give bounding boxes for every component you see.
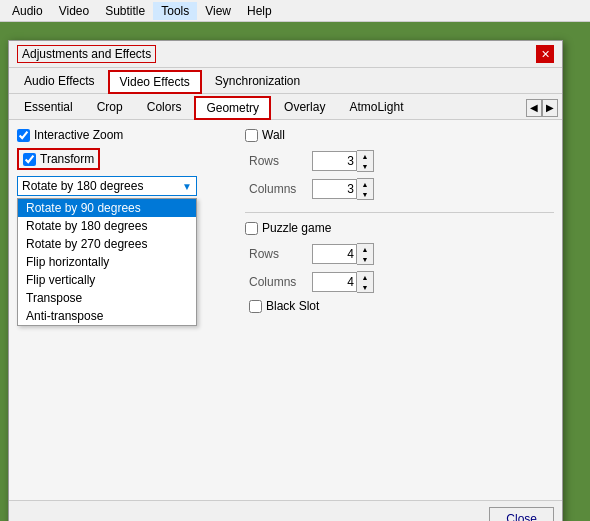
puzzle-rows-down[interactable]: ▼	[357, 254, 373, 264]
menu-view[interactable]: View	[197, 2, 239, 20]
wall-label: Wall	[262, 128, 285, 142]
wall-rows-spinner-buttons: ▲ ▼	[357, 150, 374, 172]
wall-rows-row: Rows ▲ ▼	[245, 150, 554, 172]
puzzle-rows-input[interactable]	[312, 244, 357, 264]
dropdown-option-0[interactable]: Rotate by 90 degrees	[18, 199, 196, 217]
black-slot-row: Black Slot	[245, 299, 554, 313]
wall-rows-spinner: ▲ ▼	[312, 150, 374, 172]
wall-cols-label: Columns	[249, 182, 304, 196]
wall-checkbox-row: Wall	[245, 128, 554, 142]
puzzle-label: Puzzle game	[262, 221, 331, 235]
puzzle-cols-down[interactable]: ▼	[357, 282, 373, 292]
puzzle-rows-spinner: ▲ ▼	[312, 243, 374, 265]
divider	[245, 212, 554, 213]
dialog-titlebar: Adjustments and Effects ✕	[9, 41, 562, 68]
dialog-footer: Close	[9, 500, 562, 521]
tab-essential[interactable]: Essential	[13, 96, 84, 119]
dropdown-option-2[interactable]: Rotate by 270 degrees	[18, 235, 196, 253]
transform-box: Transform	[17, 148, 100, 170]
menu-subtitle[interactable]: Subtitle	[97, 2, 153, 20]
dropdown-option-4[interactable]: Flip vertically	[18, 271, 196, 289]
puzzle-rows-spinner-buttons: ▲ ▼	[357, 243, 374, 265]
wall-cols-down[interactable]: ▼	[357, 189, 373, 199]
interactive-zoom-checkbox[interactable]	[17, 129, 30, 142]
dropdown-list: Rotate by 90 degrees Rotate by 180 degre…	[17, 198, 197, 326]
puzzle-cols-spinner: ▲ ▼	[312, 271, 374, 293]
transform-dropdown[interactable]: Rotate by 180 degrees ▼	[17, 176, 197, 196]
wall-cols-input[interactable]	[312, 179, 357, 199]
wall-cols-spinner-buttons: ▲ ▼	[357, 178, 374, 200]
dropdown-value: Rotate by 180 degrees	[22, 179, 143, 193]
tab-video-effects[interactable]: Video Effects	[108, 70, 202, 94]
tab-crop[interactable]: Crop	[86, 96, 134, 119]
puzzle-cols-input[interactable]	[312, 272, 357, 292]
puzzle-checkbox[interactable]	[245, 222, 258, 235]
black-slot-label: Black Slot	[266, 299, 319, 313]
dialog-content: Interactive Zoom Transform Rotate by 180…	[9, 120, 562, 500]
wall-rows-input[interactable]	[312, 151, 357, 171]
dialog-close-button[interactable]: ✕	[536, 45, 554, 63]
tab-nav-prev[interactable]: ◀	[526, 99, 542, 117]
tab-colors[interactable]: Colors	[136, 96, 193, 119]
wall-section: Wall Rows ▲ ▼ Columns	[245, 128, 554, 200]
tab-atmolight[interactable]: AtmoLight	[338, 96, 414, 119]
menu-audio[interactable]: Audio	[4, 2, 51, 20]
transform-label: Transform	[40, 152, 94, 166]
dialog-title: Adjustments and Effects	[17, 45, 156, 63]
wall-rows-down[interactable]: ▼	[357, 161, 373, 171]
dropdown-option-3[interactable]: Flip horizontally	[18, 253, 196, 271]
transform-checkbox[interactable]	[23, 153, 36, 166]
menu-help[interactable]: Help	[239, 2, 280, 20]
dropdown-arrow-icon: ▼	[182, 181, 192, 192]
puzzle-checkbox-row: Puzzle game	[245, 221, 554, 235]
tab-overlay[interactable]: Overlay	[273, 96, 336, 119]
wall-checkbox[interactable]	[245, 129, 258, 142]
tab-row-1: Audio Effects Video Effects Synchronizat…	[9, 68, 562, 94]
wall-rows-label: Rows	[249, 154, 304, 168]
puzzle-cols-row: Columns ▲ ▼	[245, 271, 554, 293]
wall-cols-row: Columns ▲ ▼	[245, 178, 554, 200]
puzzle-cols-label: Columns	[249, 275, 304, 289]
adjustments-dialog: Adjustments and Effects ✕ Audio Effects …	[8, 40, 563, 521]
puzzle-rows-up[interactable]: ▲	[357, 244, 373, 254]
black-slot-checkbox[interactable]	[249, 300, 262, 313]
tab-geometry[interactable]: Geometry	[194, 96, 271, 120]
puzzle-section: Puzzle game Rows ▲ ▼ Columns	[245, 221, 554, 313]
puzzle-rows-row: Rows ▲ ▼	[245, 243, 554, 265]
transform-dropdown-container: Rotate by 180 degrees ▼ Rotate by 90 deg…	[17, 176, 237, 196]
dropdown-option-6[interactable]: Anti-transpose	[18, 307, 196, 325]
transform-row: Transform	[17, 148, 237, 170]
menu-video[interactable]: Video	[51, 2, 97, 20]
wall-cols-up[interactable]: ▲	[357, 179, 373, 189]
left-panel: Interactive Zoom Transform Rotate by 180…	[17, 128, 237, 492]
puzzle-rows-label: Rows	[249, 247, 304, 261]
interactive-zoom-row: Interactive Zoom	[17, 128, 237, 142]
dropdown-option-5[interactable]: Transpose	[18, 289, 196, 307]
tab-nav-next[interactable]: ▶	[542, 99, 558, 117]
menu-tools[interactable]: Tools	[153, 2, 197, 20]
interactive-zoom-label: Interactive Zoom	[34, 128, 123, 142]
puzzle-cols-spinner-buttons: ▲ ▼	[357, 271, 374, 293]
tab-synchronization[interactable]: Synchronization	[204, 70, 311, 93]
right-panel: Wall Rows ▲ ▼ Columns	[245, 128, 554, 492]
tab-audio-effects[interactable]: Audio Effects	[13, 70, 106, 93]
close-button[interactable]: Close	[489, 507, 554, 521]
wall-cols-spinner: ▲ ▼	[312, 178, 374, 200]
menubar: Audio Video Subtitle Tools View Help	[0, 0, 590, 22]
wall-rows-up[interactable]: ▲	[357, 151, 373, 161]
tab-nav-buttons: ◀ ▶	[526, 96, 558, 119]
tab-row-2: Essential Crop Colors Geometry Overlay A…	[9, 94, 562, 120]
puzzle-cols-up[interactable]: ▲	[357, 272, 373, 282]
dropdown-option-1[interactable]: Rotate by 180 degrees	[18, 217, 196, 235]
